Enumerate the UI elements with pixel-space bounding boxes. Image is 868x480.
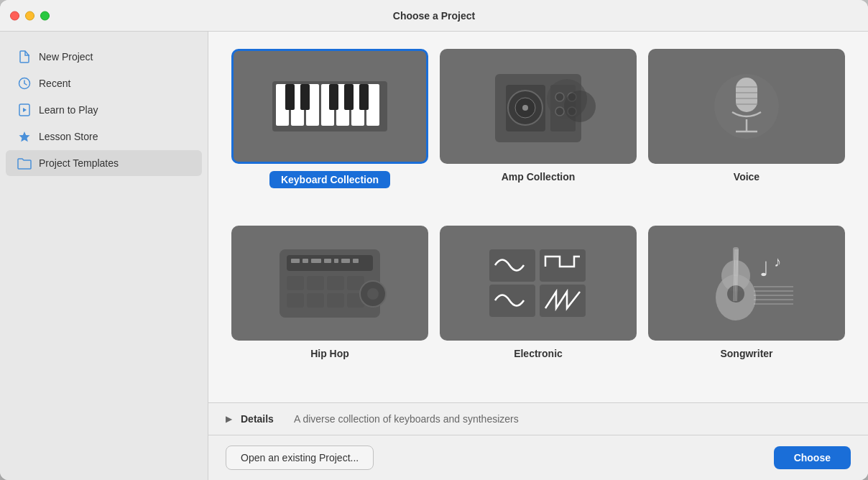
- svg-rect-15: [344, 84, 354, 110]
- template-thumb-hiphop[interactable]: [231, 226, 428, 341]
- main-window: Choose a Project New Project: [0, 0, 868, 480]
- details-chevron-icon[interactable]: ▶: [226, 414, 232, 424]
- choose-button[interactable]: Choose: [774, 446, 851, 469]
- details-description: A diverse collection of keyboards and sy…: [294, 413, 519, 425]
- main-layout: New Project Recent Lea: [0, 32, 868, 480]
- traffic-lights: [10, 11, 50, 20]
- bottom-bar: Open an existing Project... Choose: [208, 435, 868, 480]
- template-item-electronic[interactable]: Electronic: [440, 226, 637, 385]
- template-name-keyboard-collection: Keyboard Collection: [269, 171, 390, 188]
- content-area: Keyboard Collection: [208, 32, 868, 480]
- sidebar-label-learn-to-play: Learn to Play: [39, 104, 98, 116]
- amp-svg: [481, 60, 596, 153]
- sidebar-label-project-templates: Project Templates: [39, 157, 119, 169]
- svg-marker-3: [19, 131, 30, 142]
- title-bar: Choose a Project: [0, 0, 868, 32]
- svg-rect-48: [327, 276, 344, 290]
- template-item-amp-collection[interactable]: Amp Collection: [440, 49, 637, 214]
- close-button[interactable]: [10, 11, 19, 20]
- sidebar-item-learn-to-play[interactable]: Learn to Play: [6, 97, 202, 123]
- template-thumb-amp[interactable]: [440, 49, 637, 164]
- svg-rect-45: [353, 259, 359, 263]
- details-bar: ▶ Details A diverse collection of keyboa…: [208, 402, 868, 435]
- svg-rect-44: [341, 259, 350, 263]
- keyboard-svg: [258, 67, 402, 146]
- svg-rect-51: [307, 293, 324, 308]
- template-item-voice[interactable]: Voice: [648, 49, 845, 214]
- clock-icon: [17, 76, 32, 91]
- template-name-songwriter: Songwriter: [720, 348, 772, 359]
- template-thumb-keyboard[interactable]: [231, 49, 428, 164]
- svg-rect-12: [285, 84, 295, 110]
- play-icon: [17, 103, 32, 117]
- voice-svg: [689, 60, 804, 153]
- svg-point-62: [727, 285, 744, 303]
- songwriter-svg: ♩ ♪: [682, 236, 811, 330]
- svg-rect-47: [307, 276, 324, 290]
- svg-rect-16: [359, 84, 369, 110]
- sidebar-label-recent: Recent: [39, 78, 70, 89]
- svg-marker-2: [23, 108, 27, 112]
- svg-rect-52: [327, 293, 344, 308]
- svg-point-55: [367, 288, 379, 300]
- details-label: Details: [241, 413, 274, 425]
- svg-point-28: [564, 91, 596, 122]
- window-title: Choose a Project: [393, 10, 475, 22]
- svg-rect-59: [540, 285, 586, 317]
- sidebar: New Project Recent Lea: [0, 32, 208, 480]
- open-existing-button[interactable]: Open an existing Project...: [226, 446, 374, 470]
- template-name-electronic: Electronic: [514, 348, 563, 359]
- svg-rect-43: [334, 259, 338, 263]
- template-item-songwriter[interactable]: ♩ ♪ Songwriter: [648, 226, 845, 385]
- svg-rect-46: [287, 276, 304, 290]
- svg-rect-58: [489, 285, 535, 317]
- svg-rect-30: [736, 78, 757, 112]
- sidebar-label-lesson-store: Lesson Store: [39, 131, 98, 142]
- template-item-hip-hop[interactable]: Hip Hop: [231, 226, 428, 385]
- template-name-hip-hop: Hip Hop: [310, 348, 349, 359]
- template-item-keyboard-collection[interactable]: Keyboard Collection: [231, 49, 428, 214]
- svg-rect-40: [303, 259, 308, 263]
- template-thumb-songwriter[interactable]: ♩ ♪: [648, 226, 845, 341]
- minimize-button[interactable]: [25, 11, 34, 20]
- svg-rect-42: [324, 259, 331, 263]
- svg-rect-56: [489, 249, 535, 282]
- hiphop-svg: [265, 236, 394, 330]
- electronic-svg: [474, 236, 603, 330]
- sidebar-item-project-templates[interactable]: Project Templates: [6, 150, 202, 176]
- svg-rect-41: [311, 259, 321, 263]
- template-name-amp-collection: Amp Collection: [502, 171, 576, 183]
- template-grid: Keyboard Collection: [208, 32, 868, 402]
- template-name-voice: Voice: [734, 171, 760, 183]
- svg-text:♪: ♪: [774, 254, 781, 269]
- svg-rect-57: [540, 249, 586, 282]
- svg-rect-14: [329, 84, 338, 110]
- svg-rect-39: [291, 259, 300, 263]
- sidebar-label-new-project: New Project: [39, 51, 93, 63]
- maximize-button[interactable]: [40, 11, 50, 20]
- sidebar-item-lesson-store[interactable]: Lesson Store: [6, 124, 202, 149]
- sidebar-item-new-project[interactable]: New Project: [6, 44, 202, 70]
- template-thumb-voice[interactable]: [648, 49, 845, 164]
- svg-rect-50: [287, 293, 304, 308]
- svg-point-21: [522, 105, 528, 111]
- svg-text:♩: ♩: [760, 258, 769, 280]
- folder-icon: [17, 156, 32, 170]
- svg-rect-13: [300, 84, 310, 110]
- sidebar-item-recent[interactable]: Recent: [6, 70, 202, 96]
- star-icon: [17, 129, 32, 144]
- doc-icon: [17, 50, 32, 64]
- template-thumb-electronic[interactable]: [440, 226, 637, 341]
